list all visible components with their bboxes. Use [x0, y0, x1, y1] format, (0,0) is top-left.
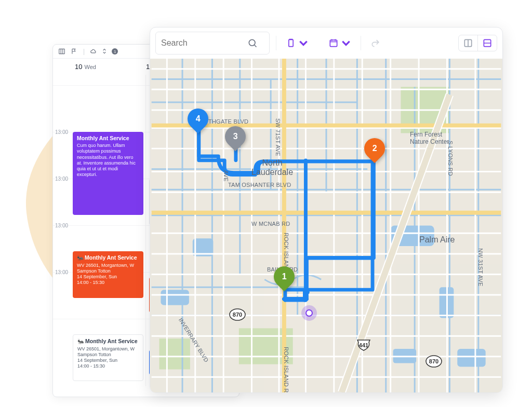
map-panel: THGATE BLVD SW 71ST AVE NorthLauderdale …: [150, 27, 503, 393]
sort-icon[interactable]: [102, 48, 107, 55]
flag-icon[interactable]: [71, 48, 78, 55]
street-label: NW 31ST AVE: [477, 248, 484, 287]
day-number: 10: [75, 63, 82, 71]
search-input[interactable]: [161, 38, 244, 48]
svg-rect-17: [159, 338, 190, 369]
street-label: W MCNAB RD: [251, 221, 290, 227]
place-label: Palm Aire: [419, 235, 455, 245]
chevron-down-icon: [341, 38, 351, 48]
route-shield: 870: [229, 308, 246, 321]
calendar-event[interactable]: 🐜Monthly Ant Service WV 26501, Morgantow…: [73, 251, 143, 298]
layout-toggle: [458, 35, 497, 51]
ant-icon: 🐜: [77, 338, 84, 345]
map-toolbar: [150, 28, 502, 59]
street-label: THGATE BLVD: [208, 118, 248, 125]
svg-point-3: [249, 39, 255, 46]
clipboard-dropdown[interactable]: [283, 35, 312, 51]
street-label: ROCK ISLAND RD: [283, 347, 289, 392]
street-label: SW 71ST AVE: [275, 118, 281, 156]
chevron-down-icon: [298, 38, 309, 48]
map-canvas[interactable]: THGATE BLVD SW 71ST AVE NorthLauderdale …: [150, 59, 502, 392]
event-line: WV 26501, Morgantown, W: [77, 263, 139, 268]
calendar-event[interactable]: Monthly Ant Service Cum quo harum. Ullam…: [73, 132, 143, 215]
event-desc: Cum quo harum. Ullam voluptatem possimus…: [77, 143, 139, 178]
place-label: Fern ForestNature Center: [410, 131, 449, 146]
event-line: Sampson Totton: [77, 268, 139, 274]
event-line: Sampson Totton: [77, 352, 139, 358]
current-location-marker: [301, 305, 317, 321]
calendar-dropdown[interactable]: [325, 35, 354, 51]
calendar-event[interactable]: 🐜Monthly Ant Service WV 26501, Morgantow…: [73, 334, 143, 381]
toolbar-separator: [276, 36, 276, 50]
toolbar-separator: [361, 36, 361, 50]
svg-rect-0: [59, 49, 65, 53]
street-label: S LYONS RD: [447, 141, 454, 176]
street-label: AVE: [223, 170, 229, 182]
svg-rect-5: [289, 39, 293, 46]
event-line: 14 September, Sun: [77, 274, 139, 280]
ant-icon: 🐜: [77, 255, 83, 262]
route-shield: 441: [355, 338, 372, 352]
svg-rect-6: [330, 40, 337, 47]
svg-rect-21: [457, 349, 485, 367]
street-label: TAM OSHANTER BLVD: [228, 182, 291, 188]
split-vertical-button[interactable]: [459, 35, 477, 51]
calendar-column: Monthly Ant Service Cum quo harum. Ullam…: [53, 75, 146, 386]
search-input-wrap[interactable]: [155, 32, 270, 55]
event-line: 14 September, Sun: [77, 358, 139, 363]
svg-line-4: [255, 45, 257, 47]
event-line: 14:00 - 15:30: [77, 363, 139, 369]
map-pin-1[interactable]: 1: [274, 266, 295, 293]
route-shield: 870: [425, 355, 442, 368]
columns-icon[interactable]: [58, 48, 65, 55]
toolbar-divider: |: [83, 48, 85, 55]
map-pin-4[interactable]: 4: [188, 108, 208, 135]
cloud-icon[interactable]: [90, 48, 97, 55]
place-label: NorthLauderdale: [251, 158, 293, 178]
split-horizontal-button[interactable]: [477, 35, 497, 51]
event-title: 🐜Monthly Ant Service: [77, 254, 139, 262]
event-title: 🐜Monthly Ant Service: [77, 338, 139, 345]
calendar-day-header: 10 Wed: [58, 63, 146, 71]
map-pin-2[interactable]: 2: [364, 138, 385, 165]
event-line: 14:00 - 15:30: [77, 280, 139, 286]
svg-rect-20: [161, 290, 189, 305]
search-icon[interactable]: [244, 35, 261, 51]
notification-badge[interactable]: 1: [112, 48, 118, 55]
map-pin-3[interactable]: 3: [225, 126, 246, 153]
event-title: Monthly Ant Service: [77, 135, 139, 142]
day-of-week: Wed: [84, 64, 96, 70]
event-line: WV 26501, Morgantown, W: [77, 346, 139, 352]
redo-button[interactable]: [367, 35, 384, 51]
